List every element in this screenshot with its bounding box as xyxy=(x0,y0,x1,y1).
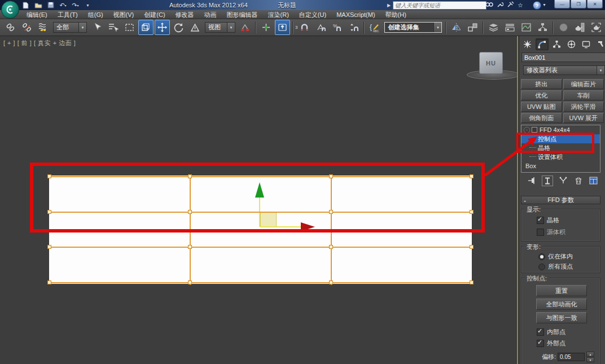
help-dropdown-icon[interactable]: ▼ xyxy=(542,3,546,7)
configure-modifier-sets-icon[interactable] xyxy=(589,176,599,186)
keyboard-shortcut-override-icon[interactable] xyxy=(275,20,290,35)
schematic-view-icon[interactable] xyxy=(535,20,550,35)
lattice-checkbox[interactable] xyxy=(537,217,544,224)
edit-patch-button[interactable]: 编辑面片 xyxy=(563,79,604,89)
named-selection-sets-dropdown[interactable]: 创建选择集 ▼ xyxy=(384,22,442,33)
motion-tab-icon[interactable] xyxy=(565,38,578,50)
turbosmooth-button[interactable]: 涡轮平滑 xyxy=(563,102,604,112)
menu-edit[interactable]: 编辑(E) xyxy=(21,10,52,19)
reference-coordinate-dropdown[interactable]: 视图 ▼ xyxy=(205,22,235,33)
select-by-name-icon[interactable] xyxy=(106,20,121,35)
layer-manager-icon[interactable] xyxy=(486,20,501,35)
align-icon[interactable] xyxy=(465,20,480,35)
ffd-control-point[interactable] xyxy=(470,280,474,284)
qat-dropdown-icon[interactable]: ▼ xyxy=(84,1,92,9)
show-end-result-icon[interactable] xyxy=(542,176,553,186)
menu-tools[interactable]: 工具(T) xyxy=(52,10,83,19)
render-setup-icon[interactable] xyxy=(572,20,588,35)
close-button[interactable]: ✕ xyxy=(587,0,603,8)
ffd-parameters-rollout-header[interactable]: - FFD 参数 xyxy=(521,196,600,204)
spinner-snap-icon[interactable] xyxy=(346,20,361,35)
ffd-control-point[interactable] xyxy=(470,245,474,249)
window-crossing-icon[interactable] xyxy=(138,20,154,35)
menu-animation[interactable]: 动画 xyxy=(199,10,222,19)
help-icon[interactable]: ? xyxy=(533,1,541,10)
only-in-volume-radio[interactable] xyxy=(538,253,545,260)
offset-spinner[interactable]: ▲ ▼ xyxy=(586,352,594,362)
display-tab-icon[interactable] xyxy=(580,38,593,50)
outside-points-checkbox[interactable] xyxy=(537,340,544,347)
favorites-icon[interactable]: ☆ xyxy=(518,2,523,9)
communication-icon[interactable] xyxy=(507,1,514,9)
inside-points-checkbox[interactable] xyxy=(537,328,544,336)
source-volume-checkbox[interactable] xyxy=(537,229,544,236)
rendered-frame-window-icon[interactable] xyxy=(589,20,604,35)
collapse-icon[interactable]: - xyxy=(521,197,528,204)
chevron-down-icon[interactable]: ▼ xyxy=(433,23,441,32)
all-vertices-radio[interactable] xyxy=(538,264,545,270)
redo-icon[interactable]: ↷▾ xyxy=(71,1,80,9)
menu-help[interactable]: 帮助(H) xyxy=(380,10,411,19)
maximize-button[interactable]: ❐ xyxy=(571,0,586,8)
source-volume-checkbox-row[interactable]: 源体积 xyxy=(537,228,565,236)
ffd-control-point[interactable] xyxy=(47,280,51,284)
new-icon[interactable] xyxy=(21,1,30,9)
ffd-control-point[interactable] xyxy=(47,245,51,249)
select-and-link-icon[interactable] xyxy=(3,20,18,35)
ffd-control-point[interactable] xyxy=(329,280,333,284)
menu-maxscript[interactable]: MAXScript(M) xyxy=(331,10,380,19)
extrude-button[interactable]: 挤出 xyxy=(521,79,562,89)
material-editor-icon[interactable] xyxy=(556,20,571,35)
uvw-map-button[interactable]: UVW 贴图 xyxy=(521,102,562,112)
menu-graph-editors[interactable]: 图形编辑器 xyxy=(222,10,263,19)
select-and-rotate-icon[interactable] xyxy=(171,20,186,35)
make-unique-icon[interactable] xyxy=(558,176,568,186)
menu-create[interactable]: 创建(C) xyxy=(139,10,170,19)
mirror-icon[interactable] xyxy=(449,20,464,35)
scene-logo-cube[interactable]: HU xyxy=(479,52,503,74)
utilities-tab-icon[interactable] xyxy=(594,38,605,50)
bevel-profile-button[interactable]: 倒角剖面 xyxy=(521,113,562,123)
unwrap-uvw-button[interactable]: UVW 展开 xyxy=(563,113,604,123)
spinner-up-icon[interactable]: ▲ xyxy=(586,352,594,357)
remove-modifier-icon[interactable] xyxy=(573,176,584,186)
pin-stack-icon[interactable] xyxy=(527,176,537,186)
select-and-move-icon[interactable] xyxy=(155,20,170,35)
subscription-icon[interactable] xyxy=(497,1,503,9)
stack-item-set-volume[interactable]: 设置体积 xyxy=(521,152,600,161)
spinner-down-icon[interactable]: ▼ xyxy=(586,357,594,362)
optimize-button[interactable]: 优化 xyxy=(521,90,562,100)
offset-field[interactable] xyxy=(558,353,585,361)
modify-tab-icon[interactable] xyxy=(536,38,549,50)
lattice-checkbox-row[interactable]: 晶格 xyxy=(537,216,559,225)
select-and-manipulate-icon[interactable] xyxy=(258,20,274,35)
ffd-control-point[interactable] xyxy=(329,245,333,249)
menu-group[interactable]: 组(G) xyxy=(83,10,108,19)
edit-named-selection-sets-icon[interactable]: {ABC xyxy=(367,20,382,35)
chevron-down-icon[interactable]: ▼ xyxy=(78,23,86,32)
search-input[interactable] xyxy=(393,1,486,10)
all-vertices-radio-row[interactable]: 所有顶点 xyxy=(538,262,573,271)
menu-customize[interactable]: 自定义(U) xyxy=(294,10,331,19)
reset-button[interactable]: 重置 xyxy=(536,285,587,296)
search-icon[interactable] xyxy=(485,2,493,9)
conform-to-shape-button[interactable]: 与图形一致 xyxy=(536,312,587,323)
outside-points-checkbox-row[interactable]: 外部点 xyxy=(537,339,565,348)
unlink-selection-icon[interactable] xyxy=(19,20,34,35)
object-name-field[interactable] xyxy=(521,52,605,62)
chevron-down-icon[interactable]: ▼ xyxy=(227,23,235,32)
open-icon[interactable] xyxy=(34,1,42,9)
chevron-down-icon[interactable]: ▼ xyxy=(597,66,604,74)
app-logo-icon[interactable] xyxy=(1,1,19,19)
menu-modifiers[interactable]: 修改器 xyxy=(170,10,199,19)
minimize-button[interactable]: — xyxy=(554,0,570,8)
hierarchy-tab-icon[interactable] xyxy=(550,38,563,50)
modifier-visibility-icon[interactable] xyxy=(524,127,530,133)
inside-points-checkbox-row[interactable]: 内部点 xyxy=(537,328,565,336)
snaps-toggle-icon[interactable] xyxy=(297,20,312,35)
save-icon[interactable] xyxy=(46,1,55,9)
ribbon-toggle-icon[interactable] xyxy=(502,20,518,35)
stack-item-box[interactable]: Box xyxy=(521,161,600,170)
animate-all-button[interactable]: 全部动画化 xyxy=(536,299,587,310)
menu-rendering[interactable]: 渲染(R) xyxy=(263,10,294,19)
